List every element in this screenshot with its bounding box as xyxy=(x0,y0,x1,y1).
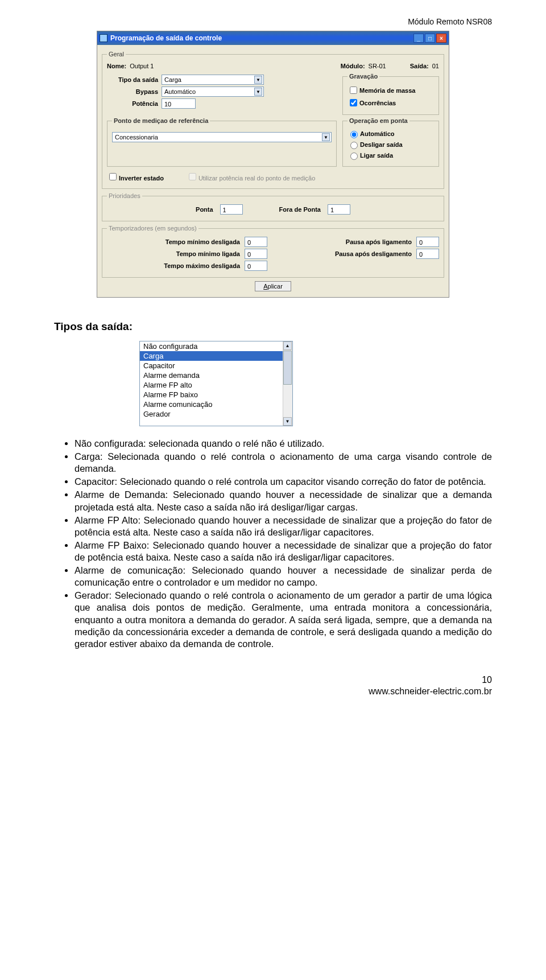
page-footer: 10 www.schneider-electric.com.br xyxy=(54,675,492,697)
tmin-lig-input[interactable]: 0 xyxy=(245,249,267,259)
nome-value: Output 1 xyxy=(130,63,154,69)
aplicar-button[interactable]: Aplicar xyxy=(255,281,291,291)
ponto-medicao-legend: Ponto de mediçao de referência xyxy=(112,117,210,124)
scroll-thumb[interactable] xyxy=(283,351,292,385)
utilizar-potencia-label: Utilizar potência real do ponto de mediç… xyxy=(198,175,315,182)
tmin-desl-label: Tempo mínimo desligada xyxy=(107,238,240,245)
bullet-item: Não configurada: selecionada quando o re… xyxy=(75,438,492,450)
pausa-lig-input[interactable]: 0 xyxy=(416,237,439,247)
ocorrencias-label: Ocorrências xyxy=(359,100,396,106)
tmin-lig-label: Tempo mínimo ligada xyxy=(107,250,240,257)
bullet-item: Capacitor: Selecionado quando o relé con… xyxy=(75,476,492,488)
op-desligar-radio[interactable] xyxy=(350,142,358,149)
modulo-value: SR-01 xyxy=(369,63,386,69)
bullet-item: Alarme de Demanda: Selecionado quando ho… xyxy=(75,489,492,513)
close-button[interactable]: × xyxy=(436,34,446,43)
potencia-input[interactable]: 10 xyxy=(162,98,196,109)
pausa-lig-label: Pausa após ligamento xyxy=(279,238,412,245)
titlebar: Programação de saída de controle _ □ × xyxy=(97,31,449,45)
window-title: Programação de saída de controle xyxy=(110,34,222,42)
utilizar-potencia-checkbox xyxy=(189,173,196,180)
bullet-item: Gerador: Selecionado quando o relé contr… xyxy=(75,590,492,650)
bullet-item: Alarme de comunicação: Selecionado quand… xyxy=(75,565,492,588)
pausa-desl-label: Pausa após desligamento xyxy=(279,250,412,257)
inverter-estado-label: Inverter estado xyxy=(119,175,164,182)
memoria-massa-checkbox[interactable] xyxy=(350,87,357,94)
bullet-item: Alarme FP Baixo: Selecionado quando houv… xyxy=(75,540,492,563)
memoria-massa-label: Memória de massa xyxy=(359,87,415,94)
op-ligar-label: Ligar saída xyxy=(360,152,393,159)
temporizadores-legend: Temporizadores (em segundos) xyxy=(107,225,198,232)
bullet-item: Alarme FP Alto: Selecionado quando houve… xyxy=(75,514,492,538)
op-automatico-radio[interactable] xyxy=(350,131,358,138)
bypass-value: Automático xyxy=(164,88,196,95)
tmin-desl-input[interactable]: 0 xyxy=(245,237,267,247)
modulo-label: Módulo: xyxy=(341,63,365,69)
bypass-label: Bypass xyxy=(107,88,158,95)
tipos-listbox[interactable]: ▲ ▼ Não configuradaCargaCapacitorAlarme … xyxy=(139,341,293,426)
operacao-ponta-legend: Operação em ponta xyxy=(348,117,410,124)
tipo-saida-dropdown[interactable]: Carga ▼ xyxy=(162,75,264,85)
bypass-dropdown[interactable]: Automático ▼ xyxy=(162,87,264,97)
op-ligar-radio[interactable] xyxy=(350,153,358,160)
app-icon xyxy=(100,34,107,42)
geral-group: Geral Nome: Output 1 Módulo: SR-01 Saída… xyxy=(102,51,444,189)
fora-ponta-label: Fora de Ponta xyxy=(279,206,321,213)
op-desligar-label: Desligar saída xyxy=(360,141,403,148)
potencia-label: Potência xyxy=(107,100,158,107)
gravacao-legend: Gravação xyxy=(348,73,379,80)
bullet-list: Não configurada: selecionada quando o re… xyxy=(75,438,492,650)
dialog-screenshot: Programação de saída de controle _ □ × G… xyxy=(97,31,449,298)
scrollbar[interactable]: ▲ ▼ xyxy=(283,341,292,426)
list-item[interactable]: Alarme comunicação xyxy=(140,400,283,409)
footer-url: www.schneider-electric.com.br xyxy=(54,686,492,697)
chevron-down-icon: ▼ xyxy=(254,76,262,84)
ponto-medicao-value: Concessionaria xyxy=(115,134,158,141)
tipos-listbox-screenshot: ▲ ▼ Não configuradaCargaCapacitorAlarme … xyxy=(139,341,492,426)
saida-label: Saída: xyxy=(410,63,429,69)
list-item[interactable]: Não configurada xyxy=(140,341,283,351)
geral-legend: Geral xyxy=(107,51,126,57)
scroll-up-icon[interactable]: ▲ xyxy=(283,341,292,350)
inverter-estado-checkbox[interactable] xyxy=(109,173,117,180)
chevron-down-icon: ▼ xyxy=(254,88,262,96)
nome-label: Nome: xyxy=(107,63,126,69)
minimize-button[interactable]: _ xyxy=(413,34,424,43)
bullet-item: Carga: Selecionada quando o relé control… xyxy=(75,451,492,475)
tipo-saida-value: Carga xyxy=(164,76,181,83)
tmax-desl-label: Tempo máximo desligada xyxy=(107,262,240,269)
maximize-button[interactable]: □ xyxy=(425,34,435,43)
prioridades-legend: Prioridades xyxy=(107,192,142,199)
tipo-saida-label: Tipo da saída xyxy=(107,76,158,83)
page-number: 10 xyxy=(54,675,492,685)
ponta-label: Ponta xyxy=(196,206,213,213)
list-item[interactable]: Gerador xyxy=(140,409,283,419)
chevron-down-icon: ▼ xyxy=(322,133,330,141)
pausa-desl-input[interactable]: 0 xyxy=(416,249,439,259)
aplicar-label: plicar xyxy=(268,283,283,290)
list-item[interactable]: Alarme FP baixo xyxy=(140,390,283,400)
saida-value: 01 xyxy=(432,63,439,69)
list-item[interactable]: Alarme FP alto xyxy=(140,380,283,390)
tmax-desl-input[interactable]: 0 xyxy=(245,261,267,271)
ponto-medicao-group: Ponto de mediçao de referência Concessio… xyxy=(107,117,337,167)
list-item[interactable]: Alarme demanda xyxy=(140,370,283,380)
ocorrencias-checkbox[interactable] xyxy=(350,99,357,106)
scroll-down-icon[interactable]: ▼ xyxy=(283,417,292,426)
temporizadores-group: Temporizadores (em segundos) Tempo mínim… xyxy=(102,225,444,278)
section-title: Tipos da saída: xyxy=(54,320,492,333)
list-item[interactable]: Carga xyxy=(140,351,283,361)
fora-ponta-input[interactable]: 1 xyxy=(328,204,350,215)
ponto-medicao-dropdown[interactable]: Concessionaria ▼ xyxy=(112,132,332,142)
prioridades-group: Prioridades Ponta 1 Fora de Ponta 1 xyxy=(102,192,444,221)
doc-header: Módulo Remoto NSR08 xyxy=(54,17,492,26)
list-item[interactable]: Capacitor xyxy=(140,361,283,370)
gravacao-group: Gravação Memória de massa Ocorrências xyxy=(342,73,439,115)
ponta-input[interactable]: 1 xyxy=(220,204,243,215)
operacao-ponta-group: Operação em ponta Automático Desligar sa… xyxy=(342,117,439,167)
op-automatico-label: Automático xyxy=(360,130,395,137)
